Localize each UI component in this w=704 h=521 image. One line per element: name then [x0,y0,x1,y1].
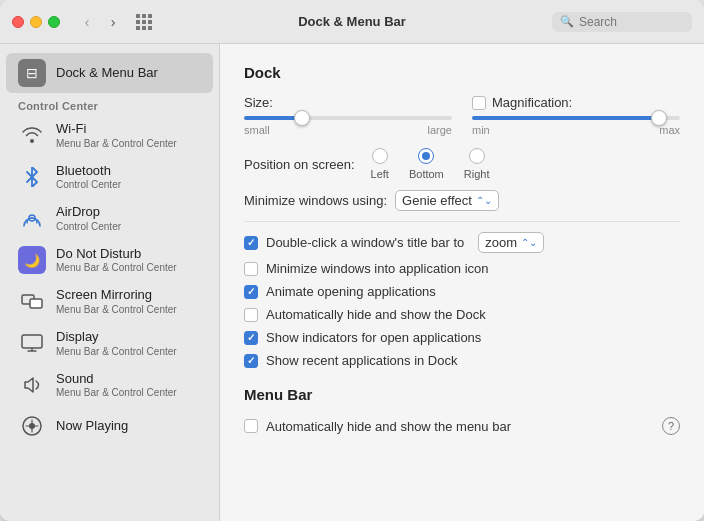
sidebar-item-nowplaying[interactable]: Now Playing [6,406,213,446]
checkbox-double-click-label: Double-click a window's title bar to [266,235,464,250]
checkbox-minimize-icon: Minimize windows into application icon [244,261,680,276]
checkbox-recent-label: Show recent applications in Dock [266,353,458,368]
maximize-button[interactable] [48,16,60,28]
sidebar-sound-label: Sound [56,371,177,387]
mag-slider-group: Magnification: min max [472,95,680,136]
sidebar: ⊟ Dock & Menu Bar Control Center Wi-Fi [0,44,220,521]
checkbox-autohide-menu-label: Automatically hide and show the menu bar [266,419,511,434]
mag-max-label: max [659,124,680,136]
checkbox-minimize-icon-box[interactable] [244,262,258,276]
sidebar-bluetooth-label: Bluetooth [56,163,121,179]
radio-group-position: Left Bottom Right [371,148,490,180]
mirroring-icon [18,288,46,316]
sidebar-item-dnd[interactable]: 🌙 Do Not Disturb Menu Bar & Control Cent… [6,240,213,281]
checkbox-indicators-box[interactable] [244,331,258,345]
control-center-header: Control Center [0,94,219,114]
display-icon [18,329,46,357]
checkbox-animate-label: Animate opening applications [266,284,436,299]
main-content: Dock Size: small large [220,44,704,521]
sidebar-nowplaying-label: Now Playing [56,418,128,434]
mag-label: Magnification: [492,95,572,110]
sidebar-item-dock-menu-bar[interactable]: ⊟ Dock & Menu Bar [6,53,213,93]
position-bottom-option[interactable]: Bottom [409,148,444,180]
search-input[interactable] [579,15,684,29]
sidebar-wifi-sublabel: Menu Bar & Control Center [56,137,177,150]
svg-rect-3 [22,335,42,348]
sidebar-dnd-label: Do Not Disturb [56,246,177,262]
airdrop-icon [18,204,46,232]
sidebar-mirroring-sublabel: Menu Bar & Control Center [56,303,177,316]
minimize-row: Minimize windows using: Genie effect ⌃⌄ [244,190,680,211]
mag-slider-fill [472,116,659,120]
sidebar-item-bluetooth[interactable]: Bluetooth Control Center [6,157,213,198]
svg-point-5 [29,423,35,429]
position-bottom-radio[interactable] [418,148,434,164]
forward-button[interactable]: › [102,11,124,33]
sidebar-item-sound[interactable]: Sound Menu Bar & Control Center [6,365,213,406]
mag-slider-track[interactable] [472,116,680,120]
svg-rect-2 [30,299,42,308]
minimize-dropdown-arrow: ⌃⌄ [476,195,492,206]
window-title: Dock & Menu Bar [298,14,406,29]
sidebar-item-wifi[interactable]: Wi-Fi Menu Bar & Control Center [6,115,213,156]
size-mag-row: Size: small large Magnification: [244,95,680,136]
back-button[interactable]: ‹ [76,11,98,33]
sidebar-display-label: Display [56,329,177,345]
double-click-dropdown-value: zoom [485,235,517,250]
position-bottom-radio-fill [422,152,430,160]
sidebar-bluetooth-sublabel: Control Center [56,178,121,191]
close-button[interactable] [12,16,24,28]
checkbox-minimize-icon-label: Minimize windows into application icon [266,261,489,276]
dock-section-title: Dock [244,64,680,81]
sidebar-airdrop-text: AirDrop Control Center [56,204,121,233]
size-min-label: small [244,124,270,136]
sidebar-mirroring-text: Screen Mirroring Menu Bar & Control Cent… [56,287,177,316]
dnd-icon: 🌙 [18,246,46,274]
checkbox-double-click-box[interactable] [244,236,258,250]
content-area: ⊟ Dock & Menu Bar Control Center Wi-Fi [0,44,704,521]
double-click-dropdown[interactable]: zoom ⌃⌄ [478,232,544,253]
minimize-dropdown[interactable]: Genie effect ⌃⌄ [395,190,499,211]
sidebar-dnd-text: Do Not Disturb Menu Bar & Control Center [56,246,177,275]
grid-icon [136,14,152,30]
sidebar-airdrop-label: AirDrop [56,204,121,220]
position-bottom-label: Bottom [409,168,444,180]
sidebar-wifi-text: Wi-Fi Menu Bar & Control Center [56,121,177,150]
mag-min-label: min [472,124,490,136]
sidebar-sound-text: Sound Menu Bar & Control Center [56,371,177,400]
checkbox-indicators-label: Show indicators for open applications [266,330,481,345]
dock-menubar-icon: ⊟ [18,59,46,87]
checkbox-autohide-box[interactable] [244,308,258,322]
sidebar-item-airdrop[interactable]: AirDrop Control Center [6,198,213,239]
checkbox-animate-box[interactable] [244,285,258,299]
traffic-lights [12,16,60,28]
checkbox-recent: Show recent applications in Dock [244,353,680,368]
sidebar-airdrop-sublabel: Control Center [56,220,121,233]
position-left-radio[interactable] [372,148,388,164]
position-right-radio[interactable] [469,148,485,164]
size-max-label: large [428,124,452,136]
position-right-label: Right [464,168,490,180]
checkbox-recent-box[interactable] [244,354,258,368]
wifi-icon [18,121,46,149]
sidebar-dock-label: Dock & Menu Bar [56,65,158,81]
checkbox-autohide: Automatically hide and show the Dock [244,307,680,322]
checkbox-autohide-menu-box[interactable] [244,419,258,433]
sidebar-item-mirroring[interactable]: Screen Mirroring Menu Bar & Control Cent… [6,281,213,322]
sidebar-item-display[interactable]: Display Menu Bar & Control Center [6,323,213,364]
checkbox-double-click: Double-click a window's title bar to zoo… [244,232,680,253]
sidebar-display-sublabel: Menu Bar & Control Center [56,345,177,358]
help-button[interactable]: ? [662,417,680,435]
double-click-dropdown-arrow: ⌃⌄ [521,237,537,248]
sound-icon [18,371,46,399]
size-slider-track[interactable] [244,116,452,120]
sidebar-sound-sublabel: Menu Bar & Control Center [56,386,177,399]
search-icon: 🔍 [560,15,574,28]
size-slider-group: Size: small large [244,95,452,136]
position-right-option[interactable]: Right [464,148,490,180]
sidebar-nowplaying-text: Now Playing [56,418,128,434]
mag-checkbox[interactable] [472,96,486,110]
position-left-option[interactable]: Left [371,148,389,180]
search-box[interactable]: 🔍 [552,12,692,32]
minimize-button[interactable] [30,16,42,28]
